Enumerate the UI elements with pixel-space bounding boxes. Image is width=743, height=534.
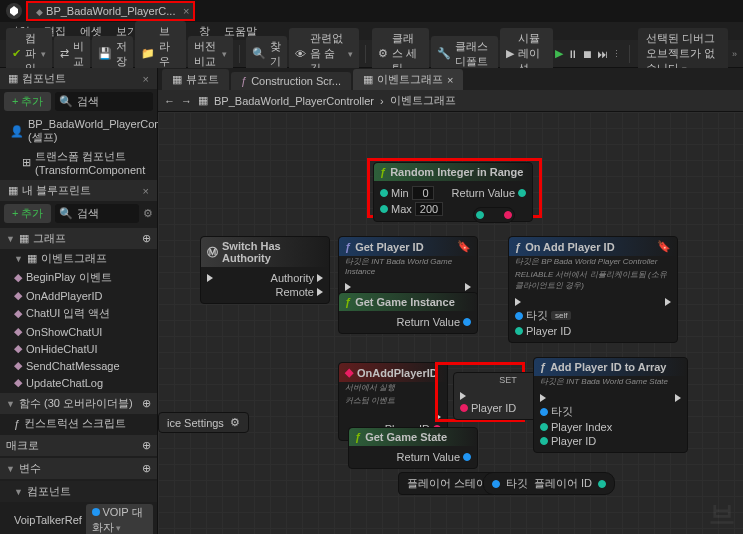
pin-out[interactable] (598, 480, 606, 488)
myblueprint-panel-tab[interactable]: ▦내 블루프린트 × (0, 180, 157, 201)
add-component-button[interactable]: + 추가 (4, 92, 51, 111)
exec-out[interactable] (317, 288, 323, 296)
event-icon: ◆ (14, 359, 22, 372)
close-icon[interactable]: × (447, 74, 453, 86)
exec-out[interactable] (465, 283, 471, 291)
add-blueprint-button[interactable]: + 추가 (4, 204, 51, 223)
close-icon[interactable]: × (183, 5, 189, 17)
event-graph-item[interactable]: ▼▦이벤트그래프 (0, 249, 157, 268)
event-chatui-input[interactable]: ◆ChatUI 입력 액션 (0, 304, 157, 323)
save-button[interactable]: 💾저장 (92, 36, 133, 72)
exec-in[interactable] (540, 394, 546, 402)
function-icon: ƒ (355, 431, 361, 443)
pin-index[interactable] (540, 423, 548, 431)
exec-out[interactable] (675, 394, 681, 402)
event-icon: ◆ (14, 307, 22, 320)
tab-eventgraph[interactable]: ▦이벤트그래프 × (353, 69, 463, 90)
sim-icon: ▶ (506, 47, 514, 60)
pin-in[interactable] (380, 205, 388, 213)
pin-target[interactable] (540, 408, 548, 416)
construction-script[interactable]: ƒ컨스트럭션 스크립트 (0, 414, 157, 433)
skip-button[interactable]: ⏭ (597, 48, 608, 60)
play-button[interactable]: ▶ (555, 47, 563, 60)
macros-section[interactable]: 매크로⊕ (0, 435, 157, 456)
nav-back[interactable]: ← (164, 95, 175, 107)
function-icon: ƒ (345, 241, 351, 253)
graphs-section[interactable]: ▼▦그래프⊕ (0, 228, 157, 249)
check-icon: ✔ (12, 47, 21, 60)
graph-canvas[interactable]: ice Settings ⚙ ƒRandom Integer in Range … (158, 112, 743, 534)
overflow-icon[interactable]: » (732, 49, 737, 59)
pause-button[interactable]: ⏸ (567, 48, 578, 60)
exec-in[interactable] (207, 274, 213, 282)
transform-component[interactable]: ⊞트랜스폼 컴포넌트 (TransformComponent (4, 147, 153, 178)
class-defaults-button[interactable]: 🔧클래스 디폴트 (431, 36, 498, 72)
tab-viewport[interactable]: ▦뷰포트 (162, 69, 229, 90)
blueprint-search[interactable]: 🔍 검색 (55, 204, 139, 223)
voice-settings-button[interactable]: ice Settings ⚙ (158, 412, 249, 433)
event-sendchatmessage[interactable]: ◆SendChatMessage (0, 357, 157, 374)
bookmark-icon: 🔖 (657, 240, 671, 253)
breadcrumb-graph[interactable]: 이벤트그래프 (390, 93, 456, 108)
blueprint-icon: ◆ (36, 7, 43, 17)
exec-in[interactable] (345, 283, 351, 291)
close-icon[interactable]: × (143, 73, 149, 85)
node-cast-target[interactable]: 타깃플레이어 ID (483, 472, 615, 495)
components-panel-tab[interactable]: ▦컴포넌트 × (0, 68, 157, 89)
node-get-game-instance[interactable]: ƒGet Game Instance Return Value (338, 292, 478, 334)
function-icon: ƒ (14, 418, 20, 430)
pin-in[interactable] (380, 189, 388, 197)
node-switch-authority[interactable]: ⓂSwitch Has Authority Authority Remote (200, 236, 330, 304)
var-voiptalkerref[interactable]: VoipTalkerRef VOIP 대화자 ▾ (0, 502, 157, 534)
pin-out[interactable] (463, 453, 471, 461)
pin-pid[interactable] (540, 437, 548, 445)
exec-out[interactable] (665, 298, 671, 306)
exec-out[interactable] (317, 274, 323, 282)
pin-out[interactable] (518, 189, 526, 197)
add-icon[interactable]: ⊕ (142, 397, 151, 410)
event-onhidechatui[interactable]: ◆OnHideChatUI (0, 340, 157, 357)
eye-icon: 👁 (295, 48, 306, 60)
exec-out[interactable] (435, 413, 441, 421)
tab-construction[interactable]: ƒConstruction Scr... (231, 72, 351, 90)
node-add-playerid-array[interactable]: ƒAdd Player ID to Array 타깃은 INT Bada Wor… (533, 357, 688, 453)
functions-section[interactable]: ▼함수 (30 오버라이더블)⊕ (0, 393, 157, 414)
event-updatechatlog[interactable]: ◆UpdateChatLog (0, 374, 157, 391)
add-icon[interactable]: ⊕ (142, 462, 151, 475)
graphs-icon: ▦ (19, 232, 29, 245)
components-vars-section[interactable]: ▼컴포넌트 (0, 481, 157, 502)
event-beginplay[interactable]: ◆BeginPlay 이벤트 (0, 268, 157, 287)
pin-target[interactable] (515, 312, 523, 320)
stop-button[interactable]: ⏹ (582, 48, 593, 60)
diffver-button[interactable]: 버전비교▾ (188, 36, 233, 72)
diff-button[interactable]: ⇄비교 (54, 36, 90, 72)
event-onshowchatui[interactable]: ◆OnShowChatUI (0, 323, 157, 340)
settings-icon[interactable]: ⚙ (143, 207, 153, 220)
pin-in[interactable] (492, 480, 500, 488)
main-tab[interactable]: ◆ BP_BadaWorld_PlayerC... × (26, 1, 195, 21)
self-component[interactable]: 👤BP_BadaWorld_PlayerController (셀프) (4, 116, 153, 147)
function-icon: ƒ (241, 75, 247, 87)
node-on-add-player-id[interactable]: ƒOn Add Player ID🔖 타깃은 BP Bada World Pla… (508, 236, 678, 343)
breadcrumb-bp[interactable]: BP_BadaWorld_PlayerController (214, 95, 374, 107)
reroute-node[interactable] (473, 207, 515, 223)
components-search[interactable]: 🔍 검색 (55, 92, 153, 111)
event-icon: ◆ (345, 366, 353, 379)
add-icon[interactable]: ⊕ (142, 439, 151, 452)
exec-in[interactable] (515, 298, 521, 306)
components-icon: ▦ (8, 72, 18, 85)
node-get-game-state[interactable]: ƒGet Game State Return Value (348, 427, 478, 469)
pin-in[interactable] (460, 404, 468, 412)
add-icon[interactable]: ⊕ (142, 232, 151, 245)
graph-icon: ▦ (27, 252, 37, 265)
pin-playerid[interactable] (515, 327, 523, 335)
find-button[interactable]: 🔍찾기 (246, 36, 287, 72)
event-icon: ◆ (14, 289, 22, 302)
close-icon[interactable]: × (143, 185, 149, 197)
play-options[interactable]: ⋮ (612, 49, 621, 59)
pin-out[interactable] (463, 318, 471, 326)
variables-section[interactable]: ▼변수⊕ (0, 458, 157, 479)
exec-in[interactable] (460, 392, 466, 400)
event-onaddplayerid[interactable]: ◆OnAddPlayerID (0, 287, 157, 304)
nav-fwd[interactable]: → (181, 95, 192, 107)
